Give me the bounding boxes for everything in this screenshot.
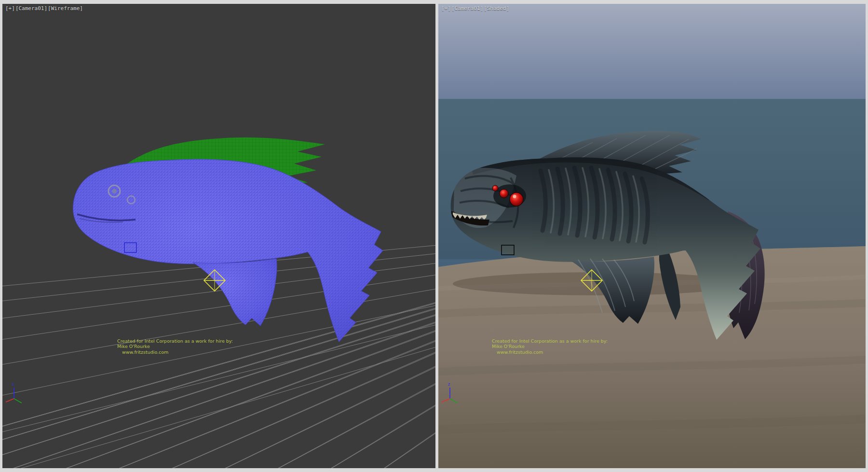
axis-z-label: z [12,382,14,387]
attribution-line3: www.fritzstudio.com [497,349,543,355]
viewport-shaded[interactable]: Created for Intel Corporation as a work … [438,4,866,468]
viewport-menu-shading[interactable]: [Shaded] [484,5,509,12]
sky [438,4,866,99]
viewport-menu-pov[interactable]: [Camera01] [451,5,483,12]
eye-large [510,193,523,206]
attribution-line1: Created for Intel Corporation as a work … [492,338,608,344]
viewport-label-shaded: [+][Camera01][Shaded] [441,5,510,12]
viewport-split-layout: Created for Intel Corporation as a work … [0,0,868,472]
eye-dot [112,189,117,194]
axis-z-label: z [448,382,450,387]
shaded-scene: Created for Intel Corporation as a work … [438,4,866,468]
eye-medium [500,189,508,198]
wireframe-scene: Created for Intel Corporation as a work … [2,4,435,468]
attribution-line2: Mike O'Rourke [117,344,150,349]
viewport-wireframe[interactable]: Created for Intel Corporation as a work … [2,4,435,468]
attribution-line2: Mike O'Rourke [492,344,525,349]
eye-specular [513,195,516,198]
viewport-menu-shading[interactable]: [Wireframe] [48,5,83,12]
attribution-line1: Created for Intel Corporation as a work … [117,338,233,344]
viewport-menu-pov[interactable]: [Camera01] [15,5,47,12]
viewport-menu-general[interactable]: [+] [441,5,451,12]
viewport-label-wireframe: [+][Camera01][Wireframe] [5,5,83,12]
attribution-line3: www.fritzstudio.com [122,349,168,355]
viewport-menu-general[interactable]: [+] [5,5,15,12]
eye-small [492,185,498,191]
